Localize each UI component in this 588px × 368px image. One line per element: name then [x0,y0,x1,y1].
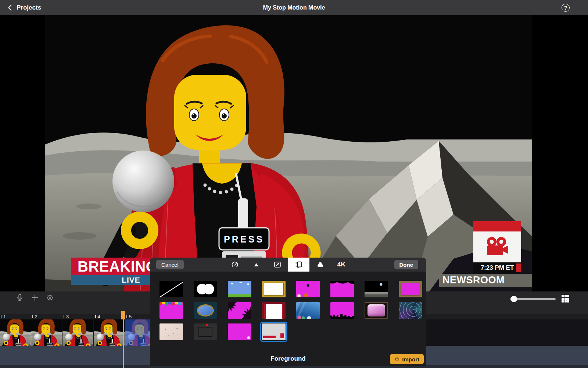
thumbnail-oval-mirror[interactable] [194,302,217,319]
tab-filters[interactable] [309,258,331,272]
microphone-icon [15,293,24,304]
microphone-button[interactable] [15,294,24,303]
panel-footer: Foreground Import [150,350,426,366]
chevron-left-icon [7,4,14,11]
newsroom-bug-top-bar [473,221,521,231]
question-mark-icon: ? [564,5,567,11]
tab-motion[interactable] [245,258,267,272]
ruler-label: 3 [66,314,69,319]
plus-icon [31,293,39,304]
thumbnail-news-overlay[interactable] [262,323,286,340]
top-navigation-bar: Projects My Stop Motion Movie ? [0,0,588,15]
foreground-panel: Cancel 4K Done Foreground Import [150,258,426,366]
movie-viewer: BREAKING LIVE 7:23 PM ET NEWSROOM [45,15,532,291]
import-label: Import [402,356,419,362]
thumbnail-stained-glass[interactable] [399,302,422,319]
thumbnail-city-skyline[interactable] [330,302,354,319]
grid-view-button[interactable] [562,295,569,302]
ruler-label: 4 [98,314,100,319]
section-title: Foreground [150,355,426,362]
plus-button[interactable] [31,294,39,303]
slider-knob[interactable] [511,296,517,302]
gear-icon [46,293,54,304]
thumbnail-palm-silhouette[interactable] [330,281,354,297]
tab-resolution[interactable]: 4K [331,258,352,272]
gauge-icon [231,261,239,269]
timeline-frame-4[interactable] [94,319,125,346]
tab-aspect[interactable] [267,258,288,272]
thumbnail-rustic-frame[interactable] [399,281,422,297]
thumbnail-cartoon-meadow[interactable] [228,281,251,297]
movie-frame-image [45,15,532,291]
ruler-label: 2 [35,314,37,319]
thumbnail-retro-tv[interactable] [365,302,388,319]
tab-label-resolution: 4K [337,261,346,268]
timeline-frame-2[interactable] [31,319,62,346]
aspect-ratio-icon [273,261,282,269]
ruler-tick [32,315,33,318]
timeline-zoom-slider[interactable] [510,298,556,300]
back-label: Projects [17,4,41,11]
thumbnail-spooky-branches[interactable] [228,302,251,319]
import-button[interactable]: Import [390,354,424,364]
ruler-tick [64,315,64,318]
thumbnail-underwater[interactable] [296,302,320,319]
thumbnail-diagonal-line[interactable] [159,281,183,297]
ruler-tick [1,315,1,318]
triangle-up-icon [253,261,260,268]
thumbnail-paper-texture[interactable] [159,323,183,340]
thumbnail-red-curtain[interactable] [262,302,286,319]
thumbnail-magenta-blank[interactable] [228,323,251,340]
page-title: My Stop Motion Movie [263,4,325,11]
thumbnail-gold-frame[interactable] [262,281,286,297]
thumbnail-moon-night[interactable] [365,281,388,297]
done-button[interactable]: Done [394,260,419,269]
ruler-label: 5 [129,314,132,319]
help-button[interactable]: ? [562,4,570,12]
thumbnail-grid [150,272,426,340]
ruler-tick [95,315,96,318]
thumbnail-halloween-spider[interactable] [296,281,320,297]
newsroom-label: NEWSROOM [439,274,532,287]
panel-tabs: 4K [224,258,352,272]
thumbnail-binoculars-mask[interactable] [194,281,217,297]
ruler-label: 1 [3,314,6,319]
tab-speed[interactable] [224,258,245,272]
timeline-frame-3[interactable] [62,319,93,346]
movie-camera-icon [485,237,509,257]
thumbnail-camera-viewfinder[interactable] [194,323,217,340]
tab-foreground[interactable] [288,258,309,272]
newsroom-time: 7:23 PM ET [473,262,521,273]
ruler-tick [126,315,127,318]
playhead-handle[interactable] [121,311,125,319]
gear-button[interactable] [46,294,54,303]
playhead-line [123,319,124,368]
foreground-icon [295,261,303,269]
back-to-projects-button[interactable]: Projects [7,4,41,11]
timeline-frame-1[interactable] [0,319,31,346]
cancel-button[interactable]: Cancel [156,260,184,269]
import-icon [394,356,400,362]
thumbnail-party-balloons[interactable] [159,302,183,319]
newsroom-bug: 7:23 PM ET [473,221,521,273]
panel-toolbar: Cancel 4K Done [150,258,426,272]
color-circles-icon [316,261,324,269]
